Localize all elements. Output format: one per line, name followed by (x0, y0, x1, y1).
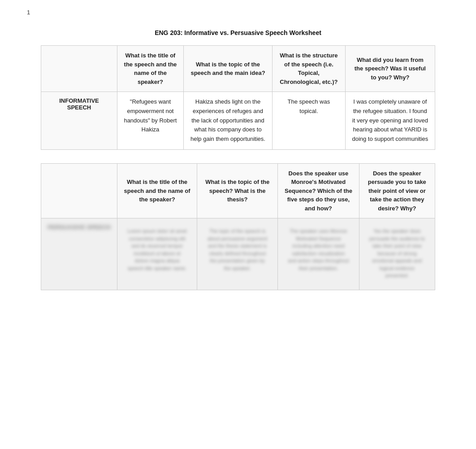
table2-row-col2: The topic of the speech is about persuas… (197, 218, 278, 290)
table1-data-row: INFORMATIVE SPEECH "Refugees want empowe… (41, 92, 435, 150)
table1-header-col1: What is the title of the speech and the … (117, 46, 184, 92)
table1-row-col1: "Refugees want empowerment not handouts"… (117, 92, 184, 150)
table1-row-label: INFORMATIVE SPEECH (41, 92, 117, 150)
table2-header-blank (41, 163, 117, 218)
page-number: 1 (9, 9, 467, 16)
table1-header-blank (41, 46, 117, 92)
table1-header-row: What is the title of the speech and the … (41, 46, 435, 92)
table1-row-col4: I was completely unaware of the refugee … (345, 92, 435, 150)
table2-data-row: PERSUASIVE SPEECH Lorem ipsum dolor sit … (41, 218, 435, 290)
table2-header-col1: What is the title of the speech and the … (117, 163, 197, 218)
table2-row-col3: The speaker uses Monroe Motivated Sequen… (278, 218, 359, 290)
table2-header-col2: What is the topic of the speech? What is… (197, 163, 278, 218)
table2-header-col4: Does the speaker persuade you to take th… (359, 163, 435, 218)
table2-row-col4: Yes the speaker does persuade the audien… (359, 218, 435, 290)
table2-header-row: What is the title of the speech and the … (41, 163, 435, 218)
table2-row-label: PERSUASIVE SPEECH (41, 218, 117, 290)
table1-header-col4: What did you learn from the speech? Was … (345, 46, 435, 92)
persuasive-table: What is the title of the speech and the … (41, 163, 435, 291)
informative-table: What is the title of the speech and the … (41, 45, 435, 150)
table1-row-col3: The speech was topical. (273, 92, 346, 150)
table1-row-col2: Hakiza sheds light on the experiences of… (183, 92, 272, 150)
table1-header-col3: What is the structure of the speech (i.e… (273, 46, 346, 92)
table2-row-col1: Lorem ipsum dolor sit amet consectetur a… (117, 218, 197, 290)
table2-header-col3: Does the speaker use Monroe's Motivated … (278, 163, 359, 218)
doc-title: ENG 203: Informative vs. Persuasive Spee… (9, 29, 467, 36)
table1-header-col2: What is the topic of the speech and the … (183, 46, 272, 92)
